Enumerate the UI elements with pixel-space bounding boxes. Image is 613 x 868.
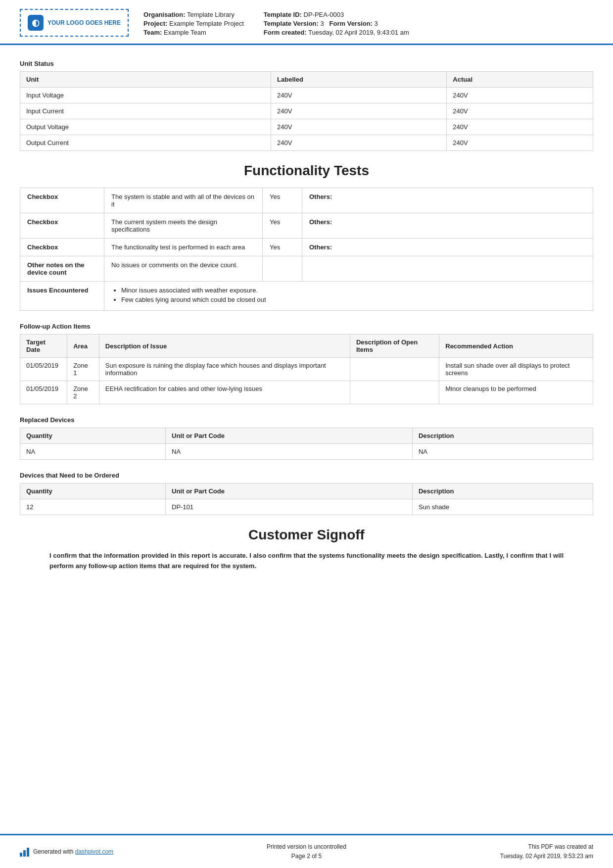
table-row: Other notes on the device countNo issues…	[20, 256, 593, 282]
table-row: CheckboxThe functionality test is perfor…	[20, 239, 593, 256]
unit-status-label: Unit Status	[20, 60, 593, 67]
replaced-partcode-header: Unit or Part Code	[166, 428, 413, 444]
order-desc-header: Description	[412, 483, 593, 499]
footer-logo-bars	[20, 847, 29, 857]
followup-label: Follow-up Action Items	[20, 323, 593, 330]
labelled-col-header: Labelled	[271, 72, 447, 88]
table-row: Output Voltage240V240V	[20, 119, 593, 135]
header-meta-right: Template ID: DP-PEA-0003 Template Versio…	[264, 11, 409, 36]
logo-text: YOUR LOGO GOES HERE	[47, 19, 121, 26]
replaced-devices-table: Quantity Unit or Part Code Description N…	[20, 428, 593, 460]
table-row: NANANA	[20, 444, 593, 460]
footer-left: Generated with dashpivot.com	[20, 847, 211, 857]
followup-col-issue: Description of Issue	[99, 335, 350, 358]
table-row: Input Current240V240V	[20, 103, 593, 119]
bar1	[20, 853, 22, 857]
replaced-desc-header: Description	[412, 428, 593, 444]
main-content: Unit Status Unit Labelled Actual Input V…	[0, 45, 613, 834]
footer-uncontrolled: Printed version is uncontrolled	[211, 842, 402, 852]
table-row: Input Voltage240V240V	[20, 88, 593, 103]
replaced-qty-header: Quantity	[20, 428, 166, 444]
order-qty-header: Quantity	[20, 483, 166, 499]
followup-col-area: Area	[67, 335, 99, 358]
bar2	[23, 850, 26, 857]
footer-center: Printed version is uncontrolled Page 2 o…	[211, 842, 402, 861]
footer-pdf-line1: This PDF was created at	[402, 842, 593, 852]
followup-table: Target Date Area Description of Issue De…	[20, 334, 593, 404]
org-line: Organisation: Template Library	[143, 11, 244, 18]
replaced-devices-label: Replaced Devices	[20, 416, 593, 424]
team-line: Team: Example Team	[143, 29, 244, 36]
footer-right: This PDF was created at Tuesday, 02 Apri…	[402, 842, 593, 861]
page: ◐ YOUR LOGO GOES HERE Organisation: Temp…	[0, 0, 613, 868]
template-id-line: Template ID: DP-PEA-0003	[264, 11, 409, 18]
logo-area: ◐ YOUR LOGO GOES HERE	[20, 9, 129, 37]
footer-page: Page 2 of 5	[211, 852, 402, 861]
unit-status-table: Unit Labelled Actual Input Voltage240V24…	[20, 71, 593, 151]
logo-icon: ◐	[28, 15, 44, 31]
table-row: 01/05/2019Zone 1Sun exposure is ruining …	[20, 358, 593, 381]
bar3	[27, 848, 29, 857]
signoff-text: I confirm that the information provided …	[20, 551, 593, 572]
version-line: Template Version: 3 Form Version: 3	[264, 20, 409, 27]
header-meta: Organisation: Template Library Project: …	[143, 9, 593, 37]
table-row: CheckboxThe system is stable and with al…	[20, 188, 593, 213]
footer-generated-text: Generated with dashpivot.com	[33, 848, 113, 855]
signoff-heading: Customer Signoff	[20, 527, 593, 543]
devices-to-order-label: Devices that Need to be Ordered	[20, 472, 593, 479]
header: ◐ YOUR LOGO GOES HERE Organisation: Temp…	[0, 0, 613, 45]
devices-to-order-table: Quantity Unit or Part Code Description 1…	[20, 483, 593, 515]
unit-col-header: Unit	[20, 72, 271, 88]
footer: Generated with dashpivot.com Printed ver…	[0, 834, 613, 868]
footer-link[interactable]: dashpivot.com	[75, 848, 113, 855]
form-created-line: Form created: Tuesday, 02 April 2019, 9:…	[264, 29, 409, 36]
footer-pdf-line2: Tuesday, 02 April 2019, 9:53:23 am	[402, 852, 593, 861]
project-line: Project: Example Template Project	[143, 20, 244, 27]
followup-col-open: Description of Open Items	[350, 335, 439, 358]
table-row: 12DP-101Sun shade	[20, 499, 593, 515]
functionality-heading: Functionality Tests	[20, 163, 593, 179]
header-meta-left: Organisation: Template Library Project: …	[143, 11, 244, 36]
table-row: Issues EncounteredMinor issues associate…	[20, 282, 593, 311]
order-partcode-header: Unit or Part Code	[166, 483, 413, 499]
table-row: Output Current240V240V	[20, 135, 593, 151]
functionality-table: CheckboxThe system is stable and with al…	[20, 188, 593, 311]
table-row: CheckboxThe current system meets the des…	[20, 213, 593, 239]
table-row: 01/05/2019Zone 2EEHA rectification for c…	[20, 381, 593, 404]
actual-col-header: Actual	[447, 72, 593, 88]
followup-col-action: Recommended Action	[439, 335, 593, 358]
followup-col-target: Target Date	[20, 335, 67, 358]
